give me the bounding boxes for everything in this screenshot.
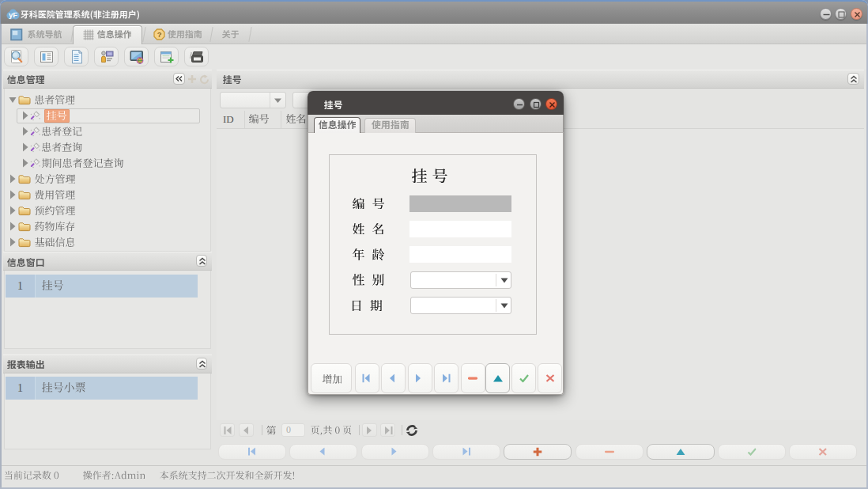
svg-text:?: ? [157,30,161,39]
svg-text:yF: yF [9,10,17,19]
